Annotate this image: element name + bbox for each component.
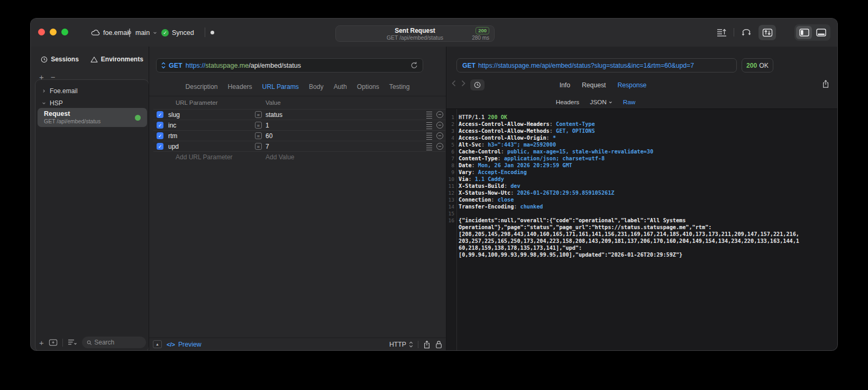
add-param-placeholder[interactable]: Add URL Parameter xyxy=(176,153,233,161)
preview-button[interactable]: Preview xyxy=(178,341,202,348)
tab-response[interactable]: Response xyxy=(617,81,646,89)
sort-filter-icon[interactable] xyxy=(68,339,77,346)
delete-row-button[interactable] xyxy=(436,122,443,129)
tab-testing[interactable]: Testing xyxy=(389,83,410,90)
remove-item-button[interactable]: − xyxy=(51,73,56,81)
sync-loop-button[interactable] xyxy=(739,25,754,39)
delete-row-button[interactable] xyxy=(436,143,443,150)
response-code[interactable]: 1HTTP/1.1 200 OK2Access-Control-Allow-He… xyxy=(446,108,837,350)
export-response-button[interactable] xyxy=(822,79,829,88)
zoom-window-button[interactable] xyxy=(61,29,68,35)
code-line: 10Via: 1.1 Caddy xyxy=(446,176,837,183)
subtab-raw[interactable]: Raw xyxy=(623,98,636,106)
history-back-icon[interactable] xyxy=(452,80,456,87)
tab-request[interactable]: Request xyxy=(582,81,606,89)
code-line: 15 xyxy=(446,210,837,217)
share-icon[interactable] xyxy=(423,340,431,349)
reload-icon[interactable] xyxy=(410,61,418,69)
request-list-item-selected[interactable]: Request GET /api/embed/status xyxy=(38,108,147,127)
protocol-stepper-icon[interactable] xyxy=(409,341,413,348)
param-value[interactable]: 7 xyxy=(266,143,269,150)
method-stepper-icon[interactable] xyxy=(161,62,166,69)
response-url: https://statuspage.me/api/embed/status?s… xyxy=(478,62,694,69)
response-subtabs: Headers JSON Raw xyxy=(556,98,636,106)
tab-url-params[interactable]: URL Params xyxy=(262,83,299,90)
tab-sessions[interactable]: Sessions xyxy=(41,56,79,63)
tab-body[interactable]: Body xyxy=(309,83,324,90)
param-name[interactable]: slug xyxy=(168,111,180,119)
toggle-sidebar-button[interactable] xyxy=(796,26,812,39)
tab-environments[interactable]: Environments xyxy=(90,56,143,63)
tab-description[interactable]: Description xyxy=(186,83,218,90)
project-switcher[interactable]: foe.email xyxy=(91,28,130,37)
code-line: 11X-Status-Build: dev xyxy=(446,183,837,189)
subtab-headers[interactable]: Headers xyxy=(556,98,580,106)
drag-handle-icon[interactable] xyxy=(426,143,432,150)
param-checkbox[interactable] xyxy=(157,111,163,118)
tree-group-hsp[interactable]: HSP xyxy=(42,99,63,107)
equals-operator-icon[interactable]: = xyxy=(255,132,262,139)
history-forward-icon[interactable] xyxy=(461,80,465,87)
collapse-panel-button[interactable] xyxy=(153,340,162,348)
param-value[interactable]: status xyxy=(266,111,282,119)
request-editor-panel: GET https://statuspage.me/api/embed/stat… xyxy=(149,47,446,350)
new-request-button[interactable]: + xyxy=(39,339,44,347)
response-url-box[interactable]: GET https://statuspage.me/api/embed/stat… xyxy=(456,58,737,72)
search-input[interactable] xyxy=(94,339,141,346)
environments-icon xyxy=(90,56,98,63)
sync-status[interactable]: Synced xyxy=(161,28,194,37)
param-checkbox[interactable] xyxy=(157,132,163,139)
tab-auth[interactable]: Auth xyxy=(334,83,347,90)
history-button[interactable] xyxy=(470,79,485,90)
request-url[interactable]: https://statuspage.me/api/embed/status xyxy=(186,62,407,69)
equals-operator-icon[interactable]: = xyxy=(255,122,262,129)
param-value[interactable]: 60 xyxy=(266,132,272,140)
protocol-selector[interactable]: HTTP xyxy=(389,341,406,348)
toolbar-separator xyxy=(62,339,63,347)
panel-divider xyxy=(446,47,446,350)
drag-handle-icon[interactable] xyxy=(426,112,432,119)
add-item-button[interactable]: + xyxy=(39,73,44,81)
box-arrows-icon xyxy=(762,28,773,37)
chevron-down-icon xyxy=(153,31,157,35)
request-summary-title: Sent Request xyxy=(363,27,467,34)
lock-icon[interactable] xyxy=(435,340,442,349)
equals-operator-icon[interactable]: = xyxy=(255,143,262,150)
chevron-down-icon xyxy=(609,101,613,104)
code-line: 12X-Status-Now-Utc: 2026-01-26T20:29:59.… xyxy=(446,189,837,196)
minimize-window-button[interactable] xyxy=(50,29,57,35)
tree-group-foe-email[interactable]: Foe.email xyxy=(42,87,78,95)
request-item-title: Request xyxy=(44,110,141,118)
param-name[interactable]: inc xyxy=(168,122,176,129)
delete-row-button[interactable] xyxy=(436,132,443,139)
param-checkbox[interactable] xyxy=(157,143,163,150)
tab-headers[interactable]: Headers xyxy=(228,83,252,90)
drag-handle-icon[interactable] xyxy=(426,133,432,140)
close-window-button[interactable] xyxy=(38,29,45,35)
subtab-json-dropdown[interactable]: JSON xyxy=(590,98,612,106)
response-tabs: Info Request Response xyxy=(560,81,647,89)
equals-operator-icon[interactable]: = xyxy=(255,111,262,118)
request-method[interactable]: GET xyxy=(169,62,182,69)
drag-handle-icon[interactable] xyxy=(426,122,432,129)
import-export-button[interactable] xyxy=(759,25,776,40)
tab-options[interactable]: Options xyxy=(357,83,379,90)
chevron-down-icon xyxy=(42,101,46,105)
param-value[interactable]: 1 xyxy=(266,122,269,129)
delete-row-button[interactable] xyxy=(436,111,443,118)
add-value-placeholder[interactable]: Add Value xyxy=(266,153,295,161)
param-name[interactable]: rtm xyxy=(168,132,177,140)
request-queue-button[interactable] xyxy=(714,25,729,39)
status-code-badge: 200 xyxy=(476,27,489,34)
param-name[interactable]: upd xyxy=(168,143,179,150)
new-group-icon[interactable] xyxy=(49,338,58,347)
request-url-bar[interactable]: GET https://statuspage.me/api/embed/stat… xyxy=(156,58,423,72)
sent-request-summary[interactable]: Sent Request GET /api/embed/status 200 2… xyxy=(335,25,495,42)
chevron-right-icon xyxy=(42,89,46,93)
toggle-bottom-panel-button[interactable] xyxy=(813,26,829,39)
tab-info[interactable]: Info xyxy=(560,81,570,89)
param-checkbox[interactable] xyxy=(157,122,163,129)
gutter-divider xyxy=(456,109,457,350)
titlebar-actions xyxy=(714,23,830,41)
branch-switcher[interactable]: main xyxy=(127,28,157,37)
